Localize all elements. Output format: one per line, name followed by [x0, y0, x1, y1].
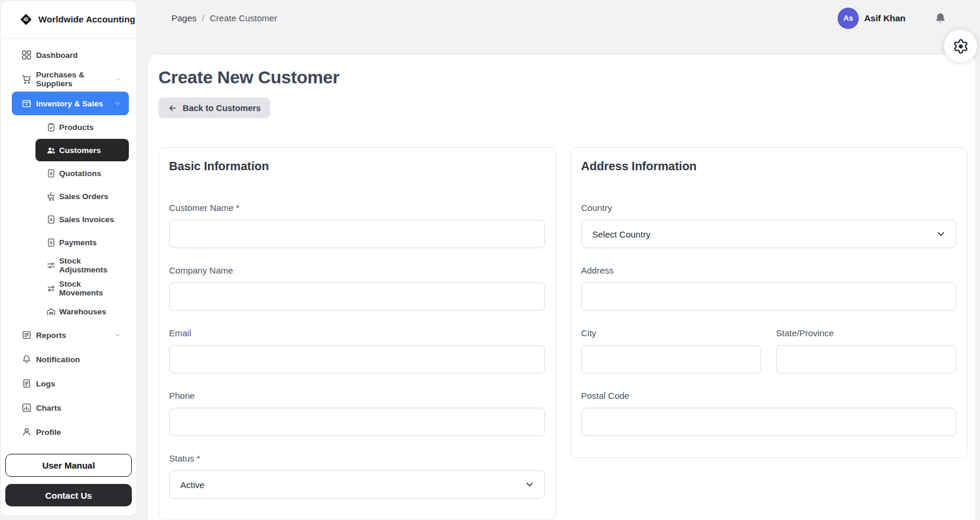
settings-fab-button[interactable]	[944, 30, 977, 63]
user-icon	[21, 427, 32, 437]
state-province-input[interactable]	[776, 345, 956, 373]
chevron-down-icon	[113, 99, 122, 108]
state-province-label: State/Province	[776, 328, 956, 338]
sidebar-nav: DashboardPurchases & SuppliersInventory …	[1, 38, 137, 447]
sidebar-item-label: Quotations	[59, 169, 101, 178]
sidebar-item-label: Reports	[36, 331, 66, 340]
back-to-customers-button[interactable]: Back to Customers	[158, 98, 270, 118]
sidebar-item-dashboard[interactable]: Dashboard	[12, 43, 129, 67]
state-group: State/Province	[776, 328, 956, 373]
sidebar-item-label: Dashboard	[36, 51, 78, 60]
sidebar-item-inventory-sales[interactable]: Inventory & Sales	[12, 92, 129, 115]
country-select-value: Select Country	[592, 229, 650, 239]
city-state-row: City State/Province	[581, 328, 956, 373]
sidebar-item-reports[interactable]: Reports	[12, 323, 129, 347]
basic-information-card: Basic Information Customer Name * Compan…	[158, 147, 556, 519]
arrows-swap-icon	[46, 284, 56, 294]
sliders-icon	[46, 261, 56, 271]
sidebar-item-settings[interactable]: Settings	[12, 444, 129, 447]
company-name-label: Company Name	[169, 265, 545, 275]
main-area: Pages / Create Customer As Asif Khan Cre…	[137, 0, 980, 520]
sidebar-item-purchases-suppliers[interactable]: Purchases & Suppliers	[12, 67, 129, 91]
country-label: Country	[581, 203, 956, 213]
sidebar-item-stock-adjustments[interactable]: Stock Adjustments	[35, 254, 129, 277]
users-icon	[46, 145, 56, 155]
sidebar-item-sales-orders[interactable]: Sales Orders	[35, 185, 129, 207]
topbar-right: As Asif Khan	[838, 8, 947, 29]
form-cards-row: Basic Information Customer Name * Compan…	[158, 147, 966, 519]
doc-dollar-icon: $	[46, 214, 56, 225]
avatar[interactable]: As	[838, 8, 859, 29]
sidebar-item-charts[interactable]: Charts	[12, 396, 129, 420]
sidebar-item-label: Profile	[36, 428, 61, 437]
topbar: Pages / Create Customer As Asif Khan	[137, 0, 980, 55]
cart-check-icon	[46, 191, 56, 202]
file-lines-icon	[21, 378, 32, 389]
dashboard-grid-icon	[21, 50, 32, 60]
customer-name-input[interactable]	[169, 220, 545, 248]
app-logo-row: Worldwide Accounting	[1, 1, 137, 38]
city-input[interactable]	[581, 345, 761, 373]
chevron-down-icon	[115, 75, 122, 83]
status-label: Status *	[169, 453, 545, 463]
inventory-box-icon	[21, 98, 32, 109]
sidebar-item-label: Sales Orders	[59, 192, 108, 201]
sidebar-item-label: Purchases & Suppliers	[36, 70, 111, 88]
sidebar-item-notification[interactable]: Notification	[12, 347, 129, 371]
email-input[interactable]	[169, 345, 545, 373]
city-label: City	[581, 328, 761, 338]
email-group: Email	[169, 328, 545, 373]
gear-icon	[953, 38, 969, 54]
status-select[interactable]: Active	[169, 470, 545, 499]
content-card: Create New Customer Back to Customers Ba…	[148, 55, 975, 520]
breadcrumb-current: Create Customer	[210, 13, 277, 23]
sidebar-item-sales-invoices[interactable]: $Sales Invoices	[35, 208, 129, 230]
back-button-label: Back to Customers	[183, 103, 261, 113]
breadcrumb-section[interactable]: Pages	[171, 13, 197, 23]
sidebar-item-label: Charts	[36, 404, 61, 412]
sidebar-item-customers[interactable]: Customers	[35, 139, 129, 161]
sidebar-item-profile[interactable]: Profile	[12, 420, 129, 444]
sidebar-item-products[interactable]: Products	[35, 116, 129, 138]
postal-code-input[interactable]	[581, 408, 956, 436]
shopping-cart-icon	[21, 74, 32, 84]
sidebar-item-payments[interactable]: $Payments	[35, 231, 129, 254]
sidebar-item-label: Warehouses	[59, 307, 106, 316]
postal-code-label: Postal Code	[581, 391, 956, 401]
phone-input[interactable]	[169, 408, 545, 436]
address-group: Address	[581, 265, 956, 311]
sidebar-item-logs[interactable]: Logs	[12, 372, 129, 395]
arrow-left-icon	[168, 103, 177, 113]
bar-chart-icon	[21, 402, 32, 413]
app-logo-icon	[20, 14, 32, 25]
doc-dollar-icon: $	[46, 238, 56, 248]
company-name-input[interactable]	[169, 282, 545, 311]
basic-information-title: Basic Information	[169, 160, 545, 173]
chevron-down-icon	[524, 479, 535, 490]
report-doc-icon	[21, 330, 32, 340]
sidebar-item-label: Stock Adjustments	[59, 256, 122, 274]
sidebar-item-label: Inventory & Sales	[36, 99, 103, 108]
sidebar-item-quotations[interactable]: $Quotations	[35, 162, 129, 184]
sidebar-item-label: Notification	[36, 355, 80, 364]
warehouse-icon	[46, 307, 56, 317]
svg-text:$: $	[50, 171, 53, 176]
sidebar-item-label: Stock Movements	[59, 280, 122, 297]
user-name: Asif Khan	[864, 13, 906, 23]
bell-icon	[21, 354, 32, 365]
breadcrumb: Pages / Create Customer	[171, 13, 277, 23]
country-select[interactable]: Select Country	[581, 220, 956, 248]
user-manual-button[interactable]: User Manual	[5, 454, 132, 477]
sidebar-item-stock-movements[interactable]: Stock Movements	[35, 277, 129, 300]
sidebar-item-label: Products	[59, 123, 94, 132]
svg-text:$: $	[50, 240, 53, 245]
contact-us-button[interactable]: Contact Us	[5, 484, 132, 506]
sidebar-item-warehouses[interactable]: Warehouses	[35, 300, 129, 323]
address-information-card: Address Information Country Select Count…	[570, 147, 968, 458]
notification-bell-icon[interactable]	[933, 11, 947, 25]
phone-label: Phone	[169, 391, 545, 401]
sidebar-item-label: Payments	[59, 238, 97, 247]
page-title: Create New Customer	[158, 67, 966, 87]
address-input[interactable]	[581, 282, 956, 311]
breadcrumb-separator: /	[202, 13, 205, 23]
